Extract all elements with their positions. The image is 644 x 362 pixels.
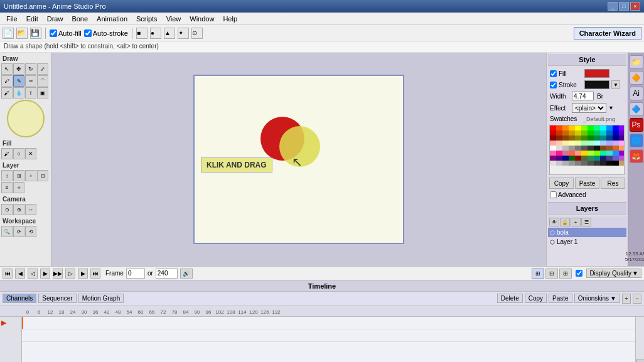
tool-curve[interactable]: ⌒ (37, 75, 48, 87)
prev-keyframe-btn[interactable]: ◁ (28, 269, 38, 279)
go-start-btn[interactable]: ⏮ (3, 269, 13, 279)
fill-color-swatch[interactable] (584, 69, 609, 78)
display-check[interactable] (576, 270, 582, 277)
minimize-button[interactable]: _ (608, 2, 618, 11)
close-button[interactable]: × (630, 2, 640, 11)
timeline-tab-motion-graph[interactable]: Motion Graph (78, 294, 124, 303)
layer-eye-btn[interactable]: 👁 (549, 218, 559, 226)
tool-move[interactable]: ✥ (13, 63, 24, 75)
maximize-button[interactable]: □ (619, 2, 629, 11)
timeline-paste-btn[interactable]: Paste (549, 294, 572, 303)
tool-paint[interactable]: 🖌 (1, 87, 13, 98)
auto-fill-check[interactable] (50, 29, 57, 37)
view-btn-2[interactable]: ⊟ (545, 269, 558, 279)
rect-tool-btn[interactable]: ■ (136, 28, 148, 39)
canvas-area[interactable]: KLIK AND DRAG ↖ (51, 53, 546, 266)
copy-button[interactable]: Copy (549, 178, 574, 189)
star-tool-btn[interactable]: ✦ (178, 28, 189, 39)
tool-eyedrop[interactable]: 💧 (13, 87, 24, 98)
total-frames-input[interactable]: 240 (156, 269, 178, 279)
layer-item-bola[interactable]: ⬡ bola (548, 228, 626, 237)
layer-lock-btn[interactable]: 🔒 (560, 218, 570, 226)
reset-button[interactable]: Res (601, 178, 625, 189)
timeline-scroll-down[interactable]: ▼ (636, 359, 644, 362)
menu-bone[interactable]: Bone (68, 14, 92, 24)
tool-layer-4[interactable]: ⊟ (37, 170, 48, 181)
width-input[interactable]: 4.74 (572, 92, 594, 100)
timeline-tab-sequencer[interactable]: Sequencer (38, 294, 76, 303)
tool-shape[interactable]: ▣ (37, 87, 48, 98)
tool-layer-6[interactable]: ✧ (13, 182, 24, 193)
stroke-extra-btn[interactable]: ▼ (611, 80, 620, 89)
tool-ws-2[interactable]: ⟳ (13, 226, 24, 237)
menu-edit[interactable]: Edit (23, 14, 42, 24)
open-button[interactable]: 📂 (16, 28, 28, 39)
tool-rotate[interactable]: ↻ (25, 63, 36, 75)
timeline-tracks[interactable] (22, 317, 635, 362)
sidebar-icon-6[interactable]: 🌐 (630, 134, 643, 147)
go-end-btn[interactable]: ⏭ (90, 269, 100, 279)
tool-fill-delete[interactable]: ✕ (25, 148, 36, 159)
character-wizard-button[interactable]: Character Wizard (574, 27, 641, 40)
tool-layer-5[interactable]: ≡ (1, 182, 13, 193)
display-quality-btn[interactable]: Display Quality ▼ (586, 269, 641, 278)
stroke-checkbox[interactable] (550, 82, 557, 88)
menu-animation[interactable]: Animation (93, 14, 131, 24)
auto-stroke-check[interactable] (84, 29, 92, 37)
color-swatches-grid[interactable] (549, 125, 625, 175)
tool-pen[interactable]: 🖊 (1, 75, 13, 87)
stroke-color-swatch[interactable] (584, 80, 609, 89)
circle-tool-btn[interactable]: ● (150, 28, 161, 39)
tool-fill-oval[interactable]: ○ (13, 148, 24, 159)
fill-checkbox[interactable] (550, 70, 557, 77)
tool-ws-3[interactable]: ⟲ (25, 226, 36, 237)
timeline-zoom-in-btn[interactable]: + (622, 294, 631, 304)
effect-select[interactable]: <plain> (572, 103, 606, 113)
timeline-zoom-out-btn[interactable]: − (633, 294, 641, 304)
timeline-scrollbar[interactable]: ▼ (635, 317, 644, 362)
menu-file[interactable]: File (3, 14, 21, 24)
tool-cam-2[interactable]: ⊕ (13, 204, 24, 215)
sidebar-icon-5[interactable]: Ps (630, 118, 643, 132)
layer-add-btn[interactable]: + (571, 218, 581, 226)
view-btn-3[interactable]: ⊞ (559, 269, 572, 279)
play-loop-btn[interactable]: ▶▶ (53, 269, 63, 279)
menu-scripts[interactable]: Scripts (132, 14, 161, 24)
auto-stroke-checkbox[interactable]: Auto-stroke (84, 29, 128, 37)
timeline-onionskins-btn[interactable]: Onionskins ▼ (574, 294, 620, 303)
layer-menu-btn[interactable]: ☰ (581, 218, 591, 226)
layer-item-1[interactable]: ⬡ Layer 1 (548, 237, 626, 247)
frame-input[interactable]: 0 (126, 269, 145, 279)
menu-window[interactable]: Window (186, 14, 218, 24)
tool-layer-2[interactable]: ⊞ (13, 170, 24, 181)
next-frame-btn[interactable]: ▶ (78, 269, 88, 279)
sidebar-icon-7[interactable]: 🦊 (630, 149, 643, 163)
menu-draw[interactable]: Draw (43, 14, 67, 24)
paste-button[interactable]: Paste (575, 178, 599, 189)
timeline-tab-channels[interactable]: Channels (3, 294, 36, 303)
tool-fill-paint[interactable]: 🖌 (1, 148, 13, 159)
tool-text[interactable]: T (25, 87, 36, 98)
next-keyframe-btn[interactable]: ▷ (65, 269, 75, 279)
save-button[interactable]: 💾 (30, 28, 41, 39)
spiral-tool-btn[interactable]: ⊙ (191, 28, 203, 39)
play-btn[interactable]: ▶ (40, 269, 50, 279)
view-btn-1[interactable]: ⊞ (532, 269, 544, 279)
auto-fill-checkbox[interactable]: Auto-fill (50, 29, 82, 37)
tool-del-pt[interactable]: ✂ (25, 75, 36, 87)
tool-layer-3[interactable]: + (25, 170, 36, 181)
audio-btn[interactable]: 🔊 (180, 269, 193, 279)
tool-ws-1[interactable]: 🔍 (1, 226, 13, 237)
advanced-checkbox[interactable] (550, 191, 557, 198)
timeline-delete-btn[interactable]: Delete (497, 294, 523, 303)
tool-select[interactable]: ↖ (1, 63, 13, 75)
tool-layer-1[interactable]: ↕ (1, 170, 13, 181)
tool-add-pt[interactable]: ✎ (13, 75, 24, 87)
sidebar-icon-1[interactable]: 📁 (630, 55, 643, 69)
tool-cam-3[interactable]: ↔ (25, 204, 36, 215)
effect-dropdown-icon[interactable]: ▼ (608, 105, 614, 111)
sidebar-icon-3[interactable]: Ai (630, 87, 643, 100)
prev-frame-btn[interactable]: ◀ (15, 269, 25, 279)
sidebar-icon-4[interactable]: 🔷 (630, 102, 643, 116)
new-button[interactable]: 📄 (3, 28, 14, 39)
